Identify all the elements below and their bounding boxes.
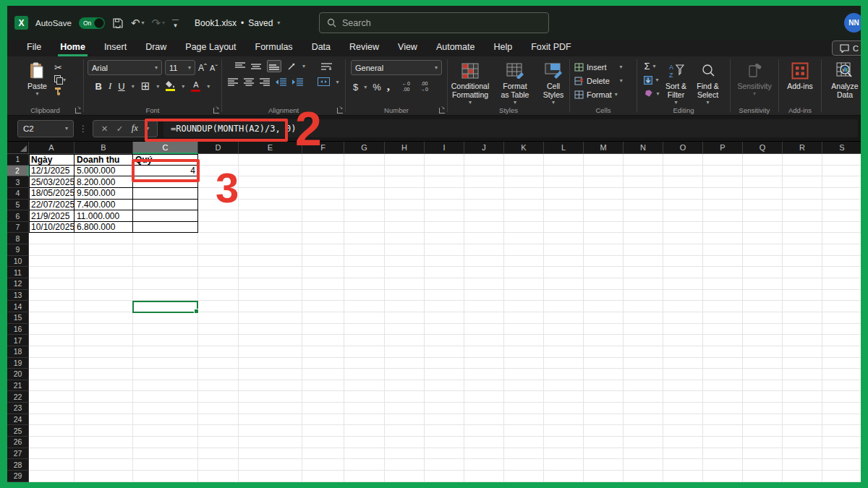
cell-K10[interactable] xyxy=(504,256,544,267)
cell-S13[interactable] xyxy=(822,290,861,301)
cell-K14[interactable] xyxy=(504,301,544,312)
cell-E26[interactable] xyxy=(239,437,302,448)
cell-L19[interactable] xyxy=(544,358,584,369)
cell-C23[interactable] xyxy=(133,403,198,414)
cell-F12[interactable] xyxy=(302,278,344,290)
cell-I6[interactable] xyxy=(425,210,464,222)
cell-O28[interactable] xyxy=(663,459,703,471)
cell-Q23[interactable] xyxy=(743,403,783,414)
cell-K17[interactable] xyxy=(504,335,544,346)
format-painter-icon[interactable] xyxy=(54,87,66,95)
cell-L18[interactable] xyxy=(544,346,584,358)
enter-icon[interactable]: ✓ xyxy=(116,124,124,134)
cell-N16[interactable] xyxy=(624,324,663,335)
cell-B12[interactable] xyxy=(75,278,133,290)
cell-K16[interactable] xyxy=(504,324,544,335)
alignment-dialog-launcher[interactable] xyxy=(337,108,343,114)
cell-N24[interactable] xyxy=(624,414,663,426)
cell-F24[interactable] xyxy=(302,414,344,426)
cell-B20[interactable] xyxy=(75,369,133,380)
cell-Q6[interactable] xyxy=(743,210,783,222)
cell-R22[interactable] xyxy=(783,391,822,403)
tab-help[interactable]: Help xyxy=(484,40,522,56)
cell-E16[interactable] xyxy=(239,324,302,335)
cell-E17[interactable] xyxy=(239,335,302,346)
cell-Q17[interactable] xyxy=(743,335,783,346)
cell-F6[interactable] xyxy=(302,210,344,222)
cell-S7[interactable] xyxy=(822,222,861,234)
cell-F20[interactable] xyxy=(302,369,344,380)
cell-Q21[interactable] xyxy=(743,380,783,392)
align-bottom-icon[interactable] xyxy=(267,60,281,72)
col-header-K[interactable]: K xyxy=(504,142,544,154)
cell-B19[interactable] xyxy=(75,358,133,369)
cell-S6[interactable] xyxy=(822,210,861,222)
cell-J5[interactable] xyxy=(464,200,504,211)
cell-P15[interactable] xyxy=(703,312,743,324)
row-header-10[interactable]: 10 xyxy=(7,256,29,267)
cell-C5[interactable] xyxy=(133,200,198,211)
cell-H3[interactable] xyxy=(385,176,425,188)
cell-E25[interactable] xyxy=(239,425,302,437)
underline-button[interactable]: U xyxy=(118,81,124,92)
col-header-E[interactable]: E xyxy=(239,142,302,154)
conditional-formatting-button[interactable]: Conditional Formatting ▾ xyxy=(448,60,493,107)
cell-N19[interactable] xyxy=(624,358,663,369)
cell-M20[interactable] xyxy=(584,369,624,380)
row-header-29[interactable]: 29 xyxy=(7,471,29,482)
col-header-C[interactable]: C xyxy=(133,142,198,154)
cell-N6[interactable] xyxy=(624,210,663,222)
cell-S17[interactable] xyxy=(822,335,861,346)
cell-O6[interactable] xyxy=(663,210,703,222)
cell-B22[interactable] xyxy=(75,391,133,403)
cell-L3[interactable] xyxy=(544,176,584,188)
cell-L16[interactable] xyxy=(544,324,584,335)
cell-S16[interactable] xyxy=(822,324,861,335)
cell-Q10[interactable] xyxy=(743,256,783,267)
col-header-H[interactable]: H xyxy=(385,142,425,154)
cell-L14[interactable] xyxy=(544,301,584,312)
account-avatar[interactable]: NN xyxy=(844,13,861,33)
cell-P26[interactable] xyxy=(703,437,743,448)
name-box[interactable]: C2 ▾ xyxy=(17,120,74,137)
borders-icon[interactable]: ⊞ xyxy=(141,80,150,93)
row-header-11[interactable]: 11 xyxy=(7,267,29,278)
row-header-7[interactable]: 7 xyxy=(7,222,29,234)
row-header-9[interactable]: 9 xyxy=(7,244,29,256)
cell-D28[interactable] xyxy=(198,459,239,471)
row-header-12[interactable]: 12 xyxy=(7,278,29,290)
cell-D9[interactable] xyxy=(198,244,239,256)
cell-Q22[interactable] xyxy=(743,391,783,403)
cell-I18[interactable] xyxy=(425,346,464,358)
cell-R9[interactable] xyxy=(783,244,822,256)
cell-Q4[interactable] xyxy=(743,188,783,200)
cell-D23[interactable] xyxy=(198,403,239,414)
cell-J9[interactable] xyxy=(464,244,504,256)
cell-I17[interactable] xyxy=(425,335,464,346)
cell-I19[interactable] xyxy=(425,358,464,369)
cell-Q3[interactable] xyxy=(743,176,783,188)
cell-D3[interactable] xyxy=(198,176,239,188)
cell-G21[interactable] xyxy=(344,380,385,392)
cell-P20[interactable] xyxy=(703,369,743,380)
cell-F28[interactable] xyxy=(302,459,344,471)
cell-G28[interactable] xyxy=(344,459,385,471)
cell-A26[interactable] xyxy=(29,437,75,448)
cell-J28[interactable] xyxy=(464,459,504,471)
cell-S29[interactable] xyxy=(822,471,861,482)
excel-logo-icon[interactable]: X xyxy=(14,16,28,30)
cell-P24[interactable] xyxy=(703,414,743,426)
cell-L7[interactable] xyxy=(544,222,584,234)
name-box-dropdown-icon[interactable]: ▾ xyxy=(65,125,68,132)
undo-button[interactable]: ↶▾ xyxy=(131,17,145,30)
cell-B28[interactable] xyxy=(75,459,133,471)
cell-E5[interactable] xyxy=(239,200,302,211)
cell-K26[interactable] xyxy=(504,437,544,448)
cell-S25[interactable] xyxy=(822,425,861,437)
cell-E22[interactable] xyxy=(239,391,302,403)
number-dialog-launcher[interactable] xyxy=(439,108,445,114)
cell-K12[interactable] xyxy=(504,278,544,290)
cell-R26[interactable] xyxy=(783,437,822,448)
font-size-select[interactable]: 11▾ xyxy=(165,60,195,75)
comma-style-button[interactable]: , xyxy=(387,80,390,94)
